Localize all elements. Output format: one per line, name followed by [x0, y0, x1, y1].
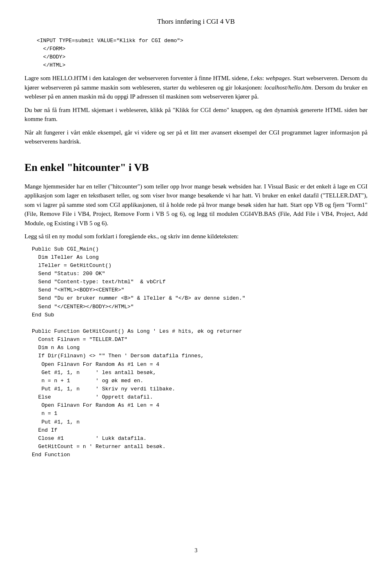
code-top: <INPUT TYPE=submit VALUE="Klikk for CGI … — [37, 37, 368, 70]
page-number: 3 — [0, 546, 392, 555]
paragraph-1: Lagre som HELLO.HTM i den katalogen der … — [24, 74, 368, 101]
para1-text: Lagre som HELLO.HTM i den katalogen der … — [24, 75, 266, 81]
para2-text: Du bør nå få fram HTML skjemaet i webles… — [24, 107, 368, 123]
para1-italic2: localhost/hello.htm — [264, 84, 311, 91]
paragraph-5: Legg så til en ny modul som forklart i f… — [24, 232, 368, 241]
paragraph-4: Mange hjemmesider har en teller ("hitcou… — [24, 182, 368, 228]
para5-text: Legg så til en ny modul som forklart i f… — [24, 233, 238, 240]
paragraph-3: Når alt fungerer i vårt enkle eksempel, … — [24, 128, 368, 146]
para4-text: Mange hjemmesider har en teller ("hitcou… — [24, 183, 368, 226]
code-main: Public Sub CGI_Main() Dim lTeller As Lon… — [32, 245, 368, 459]
page: Thors innføring i CGI 4 VB <INPUT TYPE=s… — [0, 0, 392, 567]
page-title: Thors innføring i CGI 4 VB — [24, 16, 368, 27]
paragraph-2: Du bør nå få fram HTML skjemaet i webles… — [24, 105, 368, 124]
para1-italic: webpages — [266, 75, 290, 81]
para3-text: Når alt fungerer i vårt enkle eksempel, … — [24, 129, 368, 145]
section-heading: En enkel "hitcounter" i VB — [24, 159, 368, 175]
